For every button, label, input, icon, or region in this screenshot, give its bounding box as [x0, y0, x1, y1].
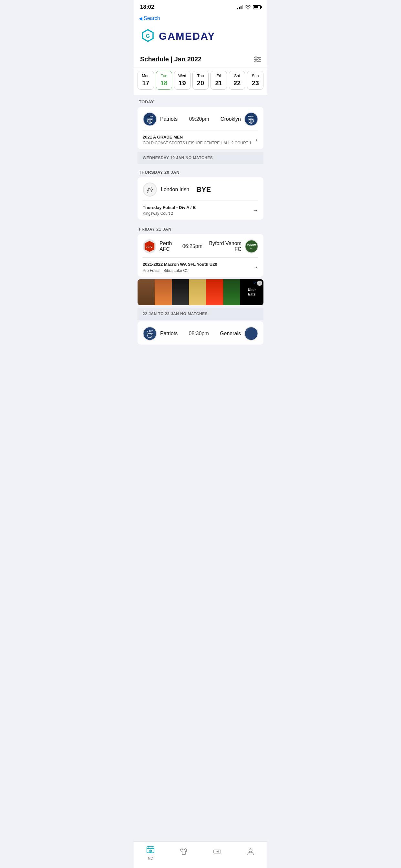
- cal-day-name: Mon: [139, 73, 152, 78]
- match-teams-today: U CUP SKETBA Patriots 09:20pm Crooklyn U…: [137, 107, 264, 130]
- svg-point-3: [255, 57, 257, 58]
- svg-text:AFC: AFC: [146, 245, 153, 248]
- status-bar: 18:02: [134, 0, 267, 13]
- svg-text:U CUP: U CUP: [147, 116, 153, 118]
- crooklyn-logo: U CUP SKETBA: [244, 112, 258, 126]
- team-name-generals: Generals: [220, 331, 241, 337]
- ad-photo-1: [137, 279, 155, 305]
- app-header: G GAMEDAY: [134, 25, 267, 51]
- match-time-peek: 08:30pm: [189, 331, 209, 337]
- weekend-no-matches: 22 JAN to 23 JAN NO MATCHES: [137, 308, 264, 320]
- team-name-london-irish: London Irish: [161, 187, 189, 192]
- match-details-today: 2021 A GRADE MEN GOLD COAST SPORTS LEISU…: [143, 134, 251, 145]
- ad-brand-name: UberEats: [248, 288, 256, 296]
- bye-label: BYE: [196, 185, 211, 194]
- team-left-perth: AFC Perth AFC: [143, 239, 182, 253]
- match-details-friday: 2021-2022 Macron WA SFL Youth U20 Pro Fu…: [143, 261, 217, 273]
- status-icons: [237, 4, 261, 10]
- back-button[interactable]: ◀ Search: [139, 16, 160, 21]
- match-arrow-friday[interactable]: →: [252, 264, 258, 271]
- svg-point-29: [245, 327, 258, 340]
- team-name-patriots: Patriots: [160, 116, 178, 122]
- generals-logo: [244, 327, 258, 341]
- match-card-peek: U CUP SKETBA Patriots 08:30pm Generals: [137, 321, 264, 345]
- ad-food-images: [137, 279, 240, 305]
- ad-photo-2: [155, 279, 172, 305]
- svg-point-7: [255, 60, 257, 62]
- ad-close-button[interactable]: ×: [257, 281, 262, 286]
- match-info-today[interactable]: 2021 A GRADE MEN GOLD COAST SPORTS LEISU…: [137, 130, 264, 149]
- section-friday: FRIDAY 21 JAN: [137, 222, 264, 234]
- calendar-day-wed19[interactable]: Wed 19: [174, 71, 190, 90]
- team-name-patriots-2: Patriots: [160, 331, 178, 337]
- logo-area: G GAMEDAY: [140, 28, 261, 44]
- svg-text:G: G: [146, 33, 150, 39]
- svg-text:FC: FC: [250, 247, 253, 249]
- ad-photo-6: [223, 279, 240, 305]
- calendar-day-sun23[interactable]: Sun 23: [247, 71, 264, 90]
- byford-venom-logo: VENOM FC: [245, 239, 258, 253]
- match-time-today: 09:20pm: [189, 116, 209, 122]
- wednesday-no-matches: WEDNESDAY 19 JAN NO MATCHES: [137, 152, 264, 164]
- calendar-day-thu20[interactable]: Thu 20: [192, 71, 209, 90]
- cal-day-num: 18: [158, 80, 171, 87]
- cal-day-num: 23: [249, 80, 262, 87]
- match-arrow-thursday[interactable]: →: [252, 207, 258, 214]
- cal-day-name: Sun: [249, 73, 262, 78]
- calendar-day-fri21[interactable]: Fri 21: [211, 71, 227, 90]
- svg-point-5: [258, 58, 259, 60]
- gameday-logo-icon: G: [140, 28, 156, 44]
- match-card-friday: AFC Perth AFC 06:25pm Byford Venom FC VE…: [137, 234, 264, 276]
- ad-banner[interactable]: UberEats ▷ ×: [137, 279, 264, 305]
- cal-day-num: 20: [194, 80, 207, 87]
- svg-text:VENOM: VENOM: [247, 244, 256, 246]
- signal-icon: [237, 5, 243, 9]
- match-info-friday[interactable]: 2021-2022 Macron WA SFL Youth U20 Pro Fu…: [137, 258, 264, 276]
- svg-text:U CUP: U CUP: [248, 116, 254, 118]
- match-arrow-today[interactable]: →: [252, 136, 258, 144]
- filter-button[interactable]: [254, 57, 261, 62]
- team-right-crooklyn: Crooklyn U CUP SKETBA: [220, 112, 258, 126]
- cal-day-num: 22: [230, 80, 244, 87]
- ad-photo-5: [206, 279, 223, 305]
- cal-day-name: Tue: [158, 73, 171, 78]
- team-left-patriots2: U CUP SKETBA Patriots: [143, 327, 178, 341]
- cal-day-num: 17: [139, 80, 152, 87]
- london-irish-logo: [143, 182, 157, 197]
- calendar-day-sat22[interactable]: Sat 22: [229, 71, 245, 90]
- patriots-logo: U CUP SKETBA: [143, 112, 157, 126]
- match-teams-peek: U CUP SKETBA Patriots 08:30pm Generals: [137, 321, 264, 345]
- back-label: Search: [144, 16, 160, 21]
- wifi-icon: [245, 4, 251, 10]
- app-name: GAMEDAY: [159, 30, 215, 42]
- team-right-generals: Generals: [220, 327, 258, 341]
- match-competition: 2021 A GRADE MEN: [143, 134, 251, 140]
- section-thursday: THURSDAY 20 JAN: [137, 165, 264, 177]
- main-content: Today U CUP SKETBA Patriots 09:20pm: [134, 95, 267, 345]
- svg-text:SKETBA: SKETBA: [147, 333, 153, 335]
- calendar-day-tue18[interactable]: Tue 18: [156, 71, 173, 90]
- match-competition-thursday: Thursday Futsal - Div A / B: [143, 205, 196, 211]
- team-name-crooklyn: Crooklyn: [220, 116, 241, 122]
- match-details-thursday: Thursday Futsal - Div A / B Kingsway Cou…: [143, 205, 196, 216]
- match-venue-thursday: Kingsway Court 2: [143, 211, 196, 216]
- schedule-header: Schedule | Jan 2022: [134, 51, 267, 67]
- ad-sponsored-icon: ▷: [254, 281, 256, 284]
- section-today: Today: [137, 95, 264, 107]
- match-competition-friday: 2021-2022 Macron WA SFL Youth U20: [143, 261, 217, 268]
- nav-bar: ◀ Search: [134, 13, 267, 25]
- team-name-byford: Byford Venom FC: [203, 241, 242, 252]
- patriots-logo-2: U CUP SKETBA: [143, 327, 157, 341]
- cal-day-num: 19: [176, 80, 189, 87]
- team-name-perth: Perth AFC: [159, 241, 182, 252]
- perth-afc-logo: AFC: [143, 239, 156, 253]
- match-info-thursday[interactable]: Thursday Futsal - Div A / B Kingsway Cou…: [137, 201, 264, 220]
- bye-teams: London Irish BYE: [137, 177, 264, 200]
- ad-photo-4: [189, 279, 206, 305]
- back-arrow-icon: ◀: [139, 16, 143, 21]
- schedule-title: Schedule | Jan 2022: [140, 56, 202, 63]
- svg-point-20: [143, 183, 156, 196]
- calendar-day-mon17[interactable]: Mon 17: [137, 71, 154, 90]
- cal-day-name: Wed: [176, 73, 189, 78]
- team-left-patriots: U CUP SKETBA Patriots: [143, 112, 178, 126]
